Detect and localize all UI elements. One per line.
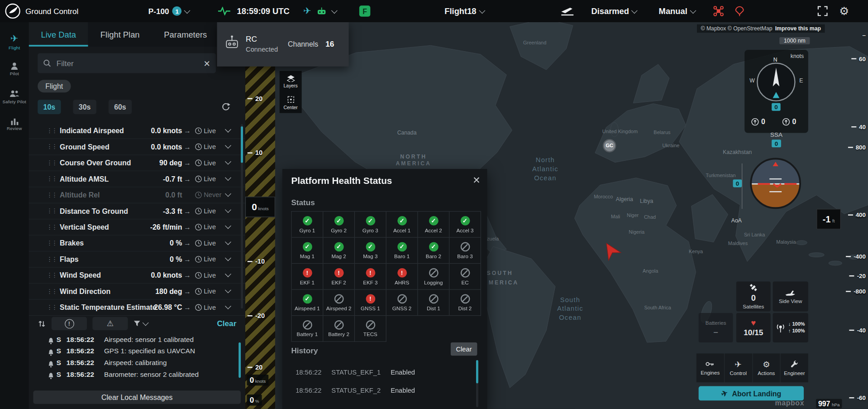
drag-handle-icon[interactable] (47, 207, 57, 215)
chevron-down-icon[interactable] (225, 239, 231, 245)
improve-map-link[interactable]: Improve this map (775, 25, 821, 31)
drag-handle-icon[interactable] (47, 127, 57, 135)
batteries-panel[interactable]: Batteries – (699, 313, 733, 342)
abort-landing-button[interactable]: ✈ Abort Landing (699, 386, 804, 401)
drag-handle-icon[interactable] (47, 224, 57, 231)
health-cell[interactable]: GNSS 1 (355, 290, 386, 316)
history-scrollbar-thumb[interactable] (476, 360, 478, 383)
health-cell[interactable]: Accel 2 (418, 212, 450, 237)
warning-filter-button[interactable] (92, 317, 128, 330)
ground-control-marker[interactable]: GC (603, 139, 616, 152)
flight-selector[interactable]: Flight18 (444, 6, 484, 16)
filter-input[interactable] (55, 58, 199, 68)
message-filter-dropdown[interactable] (134, 320, 148, 327)
chevron-down-icon[interactable] (225, 191, 231, 197)
health-cell[interactable]: Dist 1 (418, 290, 450, 316)
health-cell[interactable]: EKF 1 (292, 264, 324, 289)
drag-handle-icon[interactable] (47, 240, 57, 247)
drag-handle-icon[interactable] (47, 175, 57, 183)
clear-messages-button[interactable]: Clear (217, 319, 236, 328)
telemetry-row[interactable]: Altitude AMSL -0.7 ft Live (29, 171, 245, 187)
error-filter-button[interactable] (52, 317, 87, 330)
chevron-down-icon[interactable] (225, 126, 231, 133)
message-row[interactable]: S 18:56:22 GPS 1: specified as UAVCAN (29, 347, 245, 359)
drag-handle-icon[interactable] (47, 192, 57, 199)
health-cell[interactable]: Mag 1 (292, 238, 324, 264)
health-cell[interactable]: Airspeed 2 (323, 290, 355, 316)
chevron-down-icon[interactable] (225, 271, 231, 277)
health-cell[interactable]: Mag 2 (323, 238, 355, 264)
list-scrollbar-thumb[interactable] (241, 126, 243, 163)
health-cell[interactable]: AHRS (386, 264, 418, 289)
health-cell[interactable]: Accel 1 (386, 212, 418, 237)
chevron-down-icon[interactable] (225, 223, 231, 229)
satellites-button[interactable]: 0 Satellites (736, 281, 771, 311)
sidebar-item-pilot[interactable]: Pilot (0, 55, 29, 83)
sidebar-item-flight[interactable]: ✈ Flight (0, 28, 29, 55)
sort-icon[interactable] (38, 319, 46, 327)
health-cell[interactable]: Airspeed 1 (292, 290, 324, 316)
settings-gear-icon[interactable]: ⚙ (839, 5, 849, 18)
health-cell[interactable]: Gyro 3 (355, 212, 386, 237)
telemetry-row[interactable]: Brakes 0 % Live (29, 236, 245, 251)
refresh-icon[interactable] (221, 102, 230, 111)
signal-button[interactable]: ↓ 100% ↑ 100% (773, 313, 808, 342)
engines-button[interactable]: Engines (696, 353, 724, 382)
tab-flight-plan[interactable]: Flight Plan (88, 22, 152, 47)
chevron-down-icon[interactable] (225, 142, 231, 149)
health-cell[interactable]: Accel 3 (449, 212, 481, 237)
telemetry-row[interactable]: Ground Speed 0.0 knots Live (29, 139, 245, 155)
health-cell[interactable]: Baro 3 (449, 238, 481, 264)
health-cell[interactable]: TECS (355, 316, 386, 342)
drag-handle-icon[interactable] (47, 143, 57, 150)
health-cell[interactable]: GNSS 2 (386, 290, 418, 316)
layers-button[interactable]: Layers (280, 71, 302, 92)
actions-button[interactable]: ⚙ Actions (753, 353, 780, 382)
message-row[interactable]: S 18:56:22 Barometer: sensor 2 calibrate… (29, 371, 245, 382)
health-cell[interactable]: Gyro 1 (292, 212, 324, 237)
range-10s-button[interactable]: 10s (38, 100, 61, 114)
health-cell[interactable]: Baro 1 (386, 238, 418, 264)
telemetry-row[interactable]: Static Temperature Estimate 26.98 °C Liv… (29, 300, 245, 316)
clear-filter-icon[interactable]: ✕ (203, 59, 210, 67)
sidebar-item-safety-pilot[interactable]: Safety Pilot (0, 83, 29, 111)
sidebar-item-review[interactable]: Review (0, 111, 29, 139)
control-button[interactable]: ✈ Control (725, 353, 752, 382)
clear-local-messages-button[interactable]: Clear Local Messages (33, 390, 241, 404)
chevron-down-icon[interactable] (225, 255, 231, 261)
health-cell[interactable]: Baro 2 (418, 238, 450, 264)
health-cell[interactable]: Battery 2 (323, 316, 355, 342)
telemetry-row[interactable]: Course Over Ground 90 deg Live (29, 155, 245, 171)
geofence-badge[interactable]: F (359, 5, 370, 16)
health-cell[interactable]: EKF 3 (355, 264, 386, 289)
messages-scrollbar-thumb[interactable] (238, 342, 241, 378)
message-row[interactable]: S 18:56:22 Airspeed: sensor 1 calibrated (29, 336, 245, 347)
drone-alert-button[interactable] (713, 5, 724, 16)
range-60s-button[interactable]: 60s (109, 100, 132, 114)
telemetry-row[interactable]: Vertical Speed -26 ft/min Live (29, 219, 245, 235)
message-row[interactable]: S 18:56:22 Airspeed: calibrating (29, 359, 245, 371)
vehicle-selector[interactable]: P-100 1 (148, 6, 190, 16)
side-view-button[interactable]: Side View (773, 281, 808, 311)
link-status-dropdown[interactable]: ✈ (303, 5, 337, 17)
app-logo-icon[interactable] (5, 3, 21, 19)
health-cell[interactable]: Battery 1 (292, 316, 324, 342)
health-cell[interactable]: EKF 2 (323, 264, 355, 289)
telemetry-row[interactable]: Wind Speed 0.0 knots Live (29, 268, 245, 284)
chevron-down-icon[interactable] (225, 159, 231, 165)
health-cell[interactable]: Mag 3 (355, 238, 386, 264)
arm-state-dropdown[interactable]: Disarmed (591, 6, 637, 16)
drag-handle-icon[interactable] (47, 272, 57, 279)
chevron-down-icon[interactable] (225, 207, 231, 213)
telemetry-row[interactable]: Wind Direction 180 deg Live (29, 284, 245, 299)
health-cell[interactable]: Gyro 2 (323, 212, 355, 237)
link-quality-button[interactable]: ♥ 10/15 (736, 313, 771, 342)
center-button[interactable]: Center (280, 92, 302, 113)
tab-live-data[interactable]: Live Data (29, 22, 88, 47)
chevron-down-icon[interactable] (225, 174, 231, 181)
filter-chip-flight[interactable]: Flight (38, 80, 71, 92)
map-attribution[interactable]: © Mapbox © OpenStreetMap Improve this ma… (697, 24, 825, 33)
engineer-button[interactable]: Engineer (781, 353, 808, 382)
telemetry-row[interactable]: Indicated Airspeed 0.0 knots Live (29, 123, 245, 139)
range-30s-button[interactable]: 30s (73, 100, 96, 114)
